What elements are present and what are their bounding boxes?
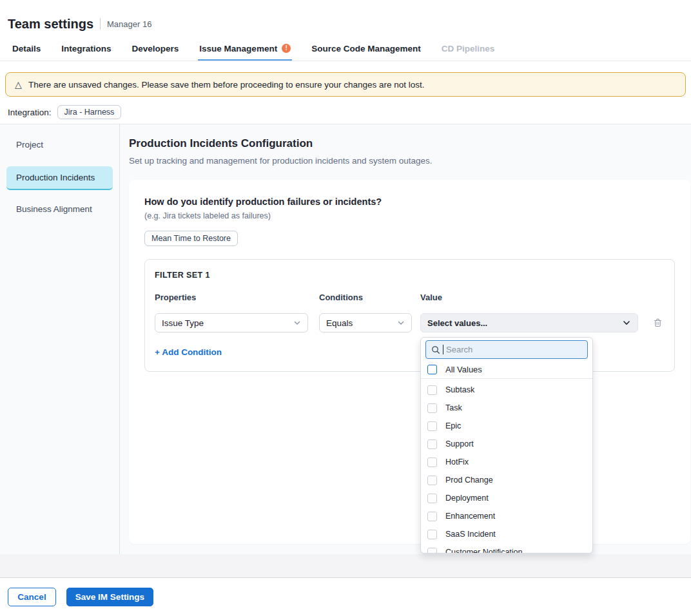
footer-action-bar: Cancel Save IM Settings (0, 578, 691, 616)
cancel-button[interactable]: Cancel (8, 588, 56, 606)
option-hotfix[interactable]: HotFix (421, 453, 592, 471)
checkbox[interactable] (427, 512, 437, 521)
filter-column-labels: Properties Conditions Value (155, 293, 665, 302)
option-all-values[interactable]: All Values (421, 361, 592, 379)
trash-icon (653, 318, 663, 328)
tab-cd-pipelines: CD Pipelines (440, 37, 496, 61)
integration-label: Integration: (8, 108, 52, 117)
checkbox-all-values[interactable] (427, 365, 437, 374)
property-select[interactable]: Issue Type (155, 313, 308, 332)
banner-text: There are unsaved changes. Please save t… (28, 80, 425, 90)
search-input[interactable] (446, 345, 582, 354)
option-saas-incident[interactable]: SaaS Incident (421, 525, 592, 543)
bottom-strip (0, 554, 691, 578)
tab-details[interactable]: Details (11, 37, 42, 61)
filter-set-title: FILTER SET 1 (155, 271, 665, 280)
checkbox[interactable] (427, 548, 437, 554)
tab-issue-management[interactable]: Issue Management ! (198, 37, 292, 61)
tab-integrations[interactable]: Integrations (60, 37, 112, 61)
option-task[interactable]: Task (421, 399, 592, 417)
page-header: Team settings Manager 16 (0, 0, 691, 37)
checkbox[interactable] (427, 385, 437, 395)
option-customer-notification[interactable]: Customer Notification (421, 543, 592, 553)
config-card: How do you identify production failures … (129, 180, 690, 544)
add-condition-button[interactable]: + Add Condition (155, 347, 222, 357)
checkbox[interactable] (427, 476, 437, 485)
section-subtitle: Set up tracking and management for produ… (129, 156, 690, 166)
dropdown-search-box (425, 340, 588, 359)
checkbox[interactable] (427, 403, 437, 413)
option-epic[interactable]: Epic (421, 417, 592, 435)
question-hint: (e.g. Jira tickets labeled as failures) (144, 211, 675, 220)
unsaved-changes-banner: △️ There are unsaved changes. Please sav… (5, 72, 686, 97)
tab-source-code-management[interactable]: Source Code Management (310, 37, 422, 61)
checkbox[interactable] (427, 530, 437, 539)
filter-set-box: FILTER SET 1 Properties Conditions Value… (144, 259, 675, 372)
integration-chip[interactable]: Jira - Harness (57, 105, 122, 119)
alert-badge-icon: ! (282, 44, 291, 53)
banner-wrap: △️ There are unsaved changes. Please sav… (0, 61, 691, 97)
checkbox[interactable] (427, 421, 437, 431)
checkbox[interactable] (427, 494, 437, 503)
content-area: Project Production Incidents Business Al… (0, 124, 691, 554)
delete-condition-button[interactable] (650, 316, 665, 330)
question-title: How do you identify production failures … (144, 197, 675, 207)
save-im-settings-button[interactable]: Save IM Settings (66, 588, 153, 606)
chevron-down-icon (622, 318, 631, 327)
section-title: Production Incidents Configuration (129, 137, 690, 150)
checkbox[interactable] (427, 439, 437, 449)
value-dropdown-panel: All Values Subtask Task Epic Support Hot… (420, 337, 593, 553)
properties-column-label: Properties (155, 293, 308, 302)
metric-chip[interactable]: Mean Time to Restore (144, 231, 238, 246)
page-title: Team settings (8, 17, 93, 32)
tab-developers[interactable]: Developers (131, 37, 180, 61)
integration-row: Integration: Jira - Harness (0, 97, 691, 124)
team-name-label: Manager 16 (107, 19, 151, 29)
option-prod-change[interactable]: Prod Change (421, 471, 592, 489)
title-divider (100, 18, 101, 30)
settings-sidebar: Project Production Incidents Business Al… (0, 124, 120, 554)
text-caret (443, 345, 443, 354)
search-icon (431, 345, 440, 354)
conditions-column-label: Conditions (319, 293, 412, 302)
sidebar-item-production-incidents[interactable]: Production Incidents (6, 166, 113, 190)
option-deployment[interactable]: Deployment (421, 489, 592, 507)
filter-condition-row: Issue Type Equals Select values... (155, 313, 665, 332)
condition-select[interactable]: Equals (319, 313, 412, 332)
chevron-down-icon (397, 319, 405, 327)
tab-bar: Details Integrations Developers Issue Ma… (0, 37, 691, 61)
main-panel: Production Incidents Configuration Set u… (120, 124, 691, 554)
value-column-label: Value (420, 293, 638, 302)
option-enhancement[interactable]: Enhancement (421, 507, 592, 525)
sidebar-item-business-alignment[interactable]: Business Alignment (6, 198, 113, 222)
option-support[interactable]: Support (421, 435, 592, 453)
option-subtask[interactable]: Subtask (421, 381, 592, 399)
chevron-down-icon (293, 319, 301, 327)
sidebar-item-project[interactable]: Project (6, 133, 113, 157)
checkbox[interactable] (427, 457, 437, 467)
warning-triangle-icon: △️ (15, 80, 23, 89)
value-multiselect[interactable]: Select values... (420, 313, 638, 332)
